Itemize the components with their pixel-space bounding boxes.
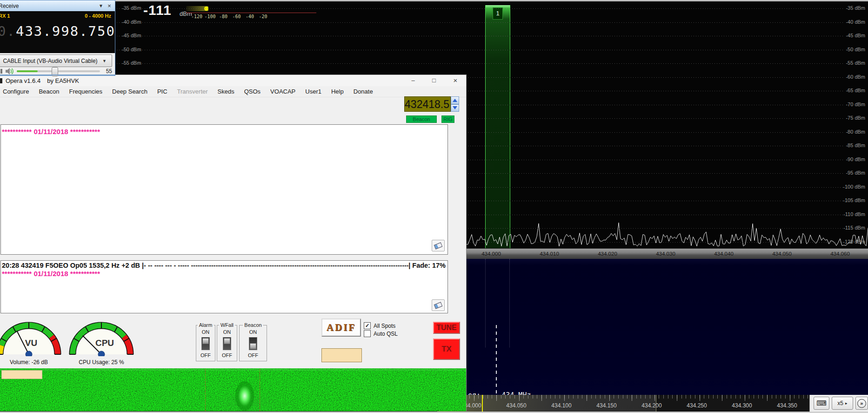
- db-axis-label: -50 dBm: [846, 47, 865, 52]
- checkbox-row: Auto QSL: [364, 330, 398, 338]
- gridline: [114, 63, 844, 64]
- menu-skeds[interactable]: Skeds: [213, 87, 239, 96]
- menu-donate[interactable]: Donate: [348, 87, 378, 96]
- menu-voacap[interactable]: VOACAP: [265, 87, 300, 96]
- maximize-button[interactable]: □: [427, 76, 441, 85]
- gauges: VU Volume: -26 dB CPU: [0, 317, 136, 366]
- toggle-handle: [250, 343, 256, 349]
- rx-decode-area[interactable]: *********** 01/11/2018 ***********: [0, 124, 448, 255]
- audio-device-select[interactable]: CABLE Input (VB-Audio Virtual Cable) ▼: [0, 54, 112, 67]
- checkbox-row: ✓All Spots: [364, 322, 398, 330]
- receive-titlebar[interactable]: Receive ▼ ×: [0, 0, 115, 11]
- toggle-switch-beacon[interactable]: [249, 337, 257, 350]
- db-axis-label: -45 dBm: [122, 33, 141, 38]
- opera-title: Opera v1.6.4: [6, 77, 40, 84]
- collapse-chevron-icon[interactable]: ▼: [97, 3, 105, 8]
- frequency-dim-prefix: 0.: [0, 23, 16, 39]
- spots-log-area[interactable]: 20:28 432419 F5OEO Op05 1535,2 Hz +2 dB …: [0, 260, 448, 313]
- message-input[interactable]: [321, 348, 362, 362]
- frequency-spinner: 432418.5: [404, 96, 459, 112]
- clear-log-button[interactable]: [432, 299, 445, 311]
- menubar: ConfigureBeaconFrequenciesDeep SearchPIC…: [0, 86, 466, 97]
- tx-button[interactable]: TX: [433, 339, 460, 360]
- toggle-group-wfall: WFallONOFF: [217, 325, 237, 361]
- toggle-switch-alarm[interactable]: [201, 337, 210, 350]
- menu-user1[interactable]: User1: [300, 87, 326, 96]
- opera-waterfall[interactable]: [0, 368, 466, 411]
- receive-title: Receive: [0, 3, 97, 9]
- toggle-title: Alarm: [198, 322, 214, 328]
- opera-window: Opera v1.6.4 by EA5HVK – □ × ConfigureBe…: [0, 74, 467, 411]
- close-icon[interactable]: ×: [105, 2, 114, 9]
- menu-help[interactable]: Help: [326, 87, 348, 96]
- rig-button[interactable]: RIG: [441, 115, 454, 123]
- db-axis-label: -100 dBm: [843, 184, 865, 190]
- tune-button[interactable]: TUNE: [433, 322, 460, 334]
- close-button[interactable]: ×: [448, 76, 462, 85]
- channel-edge-line: [485, 259, 486, 347]
- keyboard-entry-button[interactable]: ⌨: [814, 397, 829, 410]
- db-axis-label: -120 dBm: [843, 239, 865, 244]
- volume-level-fill: [17, 70, 38, 72]
- frequency-readout[interactable]: 0.433.998.750: [0, 23, 115, 39]
- db-axis-label: -80 dBm: [846, 129, 865, 135]
- db-axis-label: -35 dBm: [122, 5, 141, 11]
- toggle-title: WFall: [219, 322, 235, 328]
- speaker-icon[interactable]: [5, 68, 14, 75]
- clear-rx-button[interactable]: [432, 240, 445, 251]
- toggle-on-label: ON: [202, 329, 210, 335]
- beacon-button[interactable]: Beacon: [406, 115, 437, 123]
- checkbox-label: Auto QSL: [374, 331, 398, 337]
- toggle-handle: [224, 338, 230, 344]
- gridline: [114, 36, 844, 36]
- db-axis-label: -40 dBm: [846, 19, 865, 25]
- menu-frequencies[interactable]: Frequencies: [64, 87, 107, 96]
- passband-marker-line: [260, 369, 260, 411]
- db-axis-label: -55 dBm: [846, 60, 865, 66]
- db-axis-label: -115 dBm: [843, 225, 865, 230]
- menu-deep-search[interactable]: Deep Search: [107, 87, 152, 96]
- audio-device-value: CABLE Input (VB-Audio Virtual Cable): [0, 58, 102, 64]
- chevron-down-icon: ▼: [102, 59, 112, 63]
- spot-log-fade: | Fade: 17%: [408, 262, 446, 269]
- spinner-down-button[interactable]: [451, 104, 459, 112]
- frequency-panel: RX 1 0 - 4000 Hz 0.433.998.750: [0, 11, 115, 53]
- opera-titlebar[interactable]: Opera v1.6.4 by EA5HVK: [0, 75, 466, 86]
- db-axis-label: -105 dBm: [843, 197, 865, 203]
- menu-transverter[interactable]: Transverter: [172, 87, 213, 96]
- spinner-up-button[interactable]: [451, 96, 459, 104]
- waterfall-current-row: [0, 368, 466, 371]
- volume-value: 55: [103, 68, 112, 74]
- zoom-step-label: x5: [837, 400, 843, 406]
- band-axis-label: 434.150: [594, 402, 620, 409]
- gridline: [114, 22, 844, 23]
- vu-gauge: VU Volume: -26 dB: [0, 317, 64, 366]
- toggle-on-label: ON: [223, 329, 231, 335]
- menu-pic[interactable]: PIC: [152, 87, 172, 96]
- minimize-button[interactable]: –: [406, 76, 420, 85]
- gridline: [114, 8, 844, 9]
- menu-configure[interactable]: Configure: [0, 87, 33, 96]
- opera-byline: by EA5HVK: [47, 77, 79, 84]
- menu-beacon[interactable]: Beacon: [33, 87, 64, 96]
- db-axis-label: -75 dBm: [846, 115, 865, 121]
- zoom-step-button[interactable]: x5 ▸: [832, 397, 853, 410]
- menu-qsos[interactable]: QSOs: [239, 87, 265, 96]
- vu-gauge-label: VU: [25, 338, 37, 348]
- checkbox-auto-qsl[interactable]: [364, 330, 371, 337]
- frequency-spinner-value[interactable]: 432418.5: [404, 96, 451, 112]
- app-icon: [0, 78, 2, 83]
- fast-forward-button[interactable]: »: [855, 397, 868, 410]
- band-axis-label: 434.200: [639, 402, 665, 409]
- waterfall-info-box: [1, 370, 42, 379]
- db-axis-label: -65 dBm: [846, 88, 865, 93]
- toggle-switch-wfall[interactable]: [223, 337, 231, 350]
- freq-axis-label: 434.030: [652, 251, 680, 257]
- checkbox-all-spots[interactable]: ✓: [364, 322, 371, 329]
- passband-marker-line: [205, 369, 206, 411]
- date-separator: *********** 01/11/2018 ***********: [1, 269, 447, 278]
- freq-axis-label: 434.020: [594, 251, 621, 257]
- frequency-digits: 433.998.750: [16, 23, 115, 39]
- db-axis-label: -35 dBm: [846, 5, 865, 11]
- adif-button[interactable]: ADIF: [321, 318, 361, 337]
